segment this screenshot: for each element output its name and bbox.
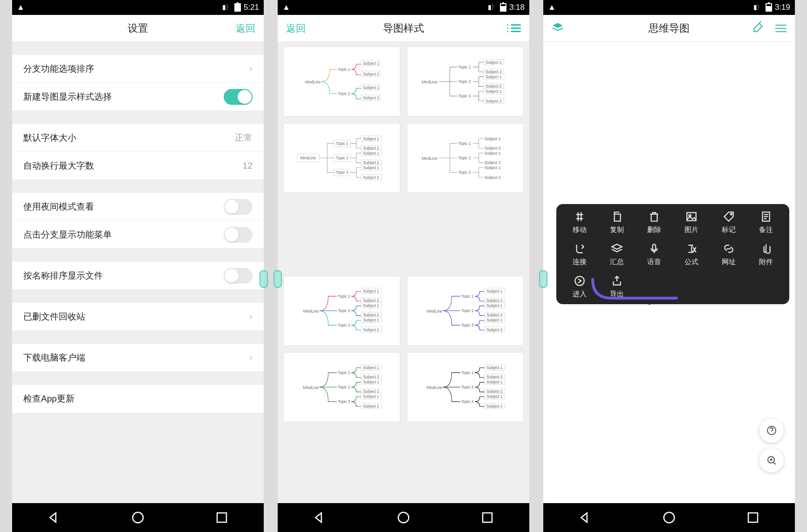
svg-text:MindLine: MindLine [427,385,443,390]
svg-text:Subject 2: Subject 2 [363,95,379,100]
svg-text:Subject 2: Subject 2 [486,298,503,303]
selected-branch[interactable] [593,280,677,298]
row-default-font[interactable]: 默认字体大小 正常 [12,124,264,152]
row-label: 默认字体大小 [23,132,235,144]
svg-text:MindLine: MindLine [303,309,319,314]
toggle-night-mode[interactable] [224,199,253,215]
svg-text:Topic 1: Topic 1 [338,370,350,375]
svg-text:Subject 1: Subject 1 [363,61,379,66]
svg-text:Subject 1: Subject 1 [486,75,502,79]
popup-formula[interactable]: 公式 [673,243,710,266]
style-card[interactable]: MindLine Topic 1 Topic 2 Subject 1 Subje… [283,47,400,116]
screen-settings: ▲ ▮〉 5:21 设置 返回 分支功能选项排序 › 新建导图显示样式选择 默认… [12,0,264,532]
svg-text:Topic 2: Topic 2 [336,156,349,160]
style-card[interactable]: MindLine Topic 1Topic 2Topic 3 Subject 1… [283,352,400,422]
svg-point-0 [133,512,144,523]
style-card[interactable]: MindLine Topic 1Topic 2Topic 3 Subject 1… [407,47,524,116]
nav-back-icon[interactable] [578,511,592,525]
row-show-style-on-new[interactable]: 新建导图显示样式选择 [12,83,264,111]
menu-icon[interactable] [775,22,786,34]
svg-text:Subject 2: Subject 2 [363,313,379,317]
svg-rect-1 [217,513,226,522]
row-recycle-bin[interactable]: 已删文件回收站 › [12,303,264,331]
status-time: 5:21 [244,3,259,12]
popup-copy[interactable]: 复制 [598,211,636,234]
vibrate-icon: ▮〉 [222,3,232,12]
popup-summary[interactable]: 汇总 [598,243,636,266]
style-card[interactable]: MindLine Topic 1Topic 2Topic 3 Subject 1… [407,123,524,193]
page-title: 设置 [128,21,148,35]
back-button[interactable]: 返回 [286,22,306,35]
popup-connect[interactable]: 连接 [561,243,598,266]
svg-text:Subject 2: Subject 2 [486,327,503,332]
svg-text:Subject 2: Subject 2 [486,313,503,317]
fab-help[interactable] [759,418,784,443]
popup-move[interactable]: 移动 [561,211,598,234]
nav-recent-icon[interactable] [480,511,494,525]
row-value: 正常 [235,132,253,144]
row-sort-by-name[interactable]: 按名称排序显示文件 [12,262,264,290]
brush-icon[interactable] [752,21,764,35]
status-time: 3:19 [775,3,790,12]
row-auto-wrap[interactable]: 自动换行最大字数 12 [12,152,264,180]
list-icon[interactable] [511,22,521,34]
svg-text:Subject 2: Subject 2 [363,327,379,332]
floating-edge-badge[interactable] [539,270,547,288]
fab-zoom[interactable] [759,448,784,472]
style-card[interactable]: MindLine Topic 1 Topic 2 Topic 3 Subject… [283,123,400,193]
popup-url[interactable]: 网址 [710,243,747,266]
toggle-sort-by-name[interactable] [224,268,253,284]
svg-text:Subject 1: Subject 1 [363,318,379,322]
svg-text:Topic 1: Topic 1 [458,141,471,146]
svg-text:Subject 2: Subject 2 [363,72,379,76]
svg-text:MindLine: MindLine [300,156,316,160]
appbar: 设置 返回 [12,15,264,42]
appbar: 返回 导图样式 [278,15,529,42]
svg-text:Subject 2: Subject 2 [486,99,502,103]
mindmap-canvas[interactable]: 葫芦 风车 移动 复制 删除 图片 标记 备注 连接 汇总 语音 公式 网址 附… [543,42,795,503]
row-check-update[interactable]: 检查App更新 [12,385,264,413]
style-card[interactable]: MindLine Topic 1Topic 2Topic 3 Subject 1… [283,276,400,346]
nav-back-icon[interactable] [313,511,327,525]
nav-back-icon[interactable] [47,511,61,525]
layers-icon[interactable] [552,21,564,35]
alert-icon: ▲ [282,3,290,12]
nav-home-icon[interactable] [397,511,410,525]
toggle-show-style[interactable] [224,89,253,105]
floating-edge-badge[interactable] [260,270,268,288]
row-branch-sort[interactable]: 分支功能选项排序 › [12,55,264,83]
status-bar: ▲ ▮〉 3:19 [543,0,795,15]
row-download-client[interactable]: 下载电脑客户端 › [12,344,264,372]
floating-edge-badge[interactable] [274,270,282,288]
status-bar: ▲ ▮〉 3:18 [278,0,529,15]
chevron-right-icon: › [249,63,253,75]
popup-voice[interactable]: 语音 [636,243,673,266]
nav-recent-icon[interactable] [746,511,760,525]
svg-text:Subject 1: Subject 1 [363,85,379,90]
svg-text:Topic 2: Topic 2 [458,156,471,160]
style-card[interactable]: MindLine Topic 1Topic 2Topic 3 Subject 1… [407,276,524,346]
svg-rect-149 [615,214,621,221]
nav-home-icon[interactable] [131,511,145,525]
svg-text:Subject 2: Subject 2 [363,404,379,409]
popup-image[interactable]: 图片 [673,211,710,234]
row-branch-menu[interactable]: 点击分支显示功能菜单 [12,221,264,249]
svg-point-147 [398,512,409,523]
nav-recent-icon[interactable] [215,511,229,525]
popup-attach[interactable]: 附件 [747,243,785,266]
popup-tag[interactable]: 标记 [710,211,747,234]
svg-text:Topic 1: Topic 1 [338,67,350,72]
back-button[interactable]: 返回 [236,22,255,35]
svg-text:Subject 2: Subject 2 [485,160,501,165]
svg-text:Topic 2: Topic 2 [458,79,471,84]
nav-home-icon[interactable] [662,511,676,525]
popup-delete[interactable]: 删除 [636,211,673,234]
style-card[interactable]: MindLine Topic 1Topic 2Topic 3 Subject 1… [407,352,524,422]
svg-text:Subject 1: Subject 1 [486,318,503,322]
svg-text:Topic 3: Topic 3 [338,399,350,404]
svg-text:Subject 2: Subject 2 [363,375,379,379]
row-night-mode[interactable]: 使用夜间模式查看 [12,193,264,221]
popup-note[interactable]: 备注 [747,211,785,234]
svg-text:MindLine: MindLine [303,385,319,390]
toggle-branch-menu[interactable] [224,227,253,243]
